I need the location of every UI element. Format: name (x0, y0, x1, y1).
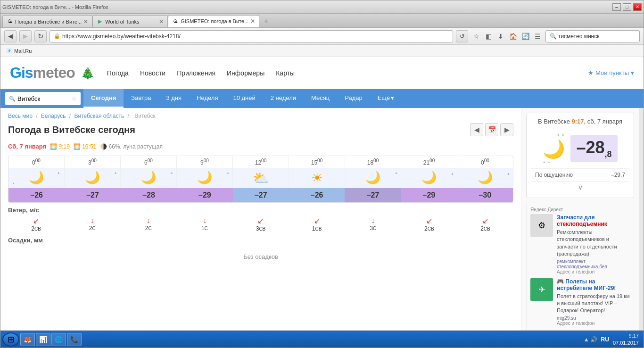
temp-15: −26 (289, 188, 345, 202)
tab-10days[interactable]: 10 дней (225, 89, 263, 108)
main-temp-display: ✦ ✦ 🌙 ✦ ✦ –28,8 (531, 129, 629, 168)
refresh-button[interactable]: ↻ (34, 30, 47, 42)
wind-15: ↙ 1СВ (289, 215, 345, 233)
tab-2-close[interactable]: ✕ (159, 18, 164, 25)
clock-date: 07.01.2017 (613, 340, 639, 346)
breadcrumb-belarus[interactable]: Беларусь (41, 113, 66, 119)
menu-icon[interactable]: ☰ (532, 31, 543, 41)
wind-18: ↓ 3С (345, 215, 401, 233)
tab-more[interactable]: Ещё ▾ (370, 89, 402, 108)
maximize-button[interactable]: □ (623, 3, 631, 11)
reload-button[interactable]: ↺ (456, 30, 468, 42)
tab-1-close[interactable]: ✕ (83, 18, 88, 25)
taskbar-chrome[interactable]: 🌐 (51, 333, 66, 346)
hour-6: 600 (121, 156, 177, 168)
address-bar[interactable]: 🔒 https://www.gismeteo.by/weather-vitebs… (50, 30, 453, 42)
icon-6: 🌙✦ (121, 168, 177, 188)
tab-3-close[interactable]: ✕ (250, 18, 255, 25)
nav-informery[interactable]: Информеры (227, 69, 264, 77)
taskbar-excel[interactable]: 📊 (36, 333, 50, 346)
start-button[interactable]: ⊞ (2, 332, 19, 347)
scrollbar[interactable] (639, 108, 644, 331)
bookmark-mailru[interactable]: 📧 Mail.Ru (4, 47, 33, 55)
back-button[interactable]: ◀ (4, 30, 17, 42)
prev-day-button[interactable]: ◀ (470, 123, 483, 136)
wind-val-3: 2С (65, 225, 119, 232)
search-text: гисметео минск (559, 33, 599, 40)
nav-pogoda[interactable]: Погода (107, 69, 129, 77)
bookmark-star-icon[interactable]: ☆ (471, 31, 481, 41)
home-icon[interactable]: 🏠 (508, 31, 518, 41)
icon-24: 🌙✦ (457, 168, 513, 188)
temp-6: −28 (121, 188, 177, 202)
notification-area: ▲ 🔊 (584, 336, 597, 343)
tab-tomorrow[interactable]: Завтра (124, 89, 158, 108)
tab-3days[interactable]: 3 дня (158, 89, 189, 108)
temp-12: −27 (233, 188, 289, 202)
ad-2-title[interactable]: 🎮 Полеты на истребителе МИГ-29! (557, 278, 630, 291)
tab-radar[interactable]: Радар (337, 89, 370, 108)
tab-2[interactable]: ▶ World of Tanks ✕ (92, 15, 168, 27)
ad-item-2: ✈ 🎮 Полеты на истребителе МИГ-29! Полет … (530, 278, 630, 326)
ad-2-image: ✈ (530, 278, 553, 301)
hour-18: 1800 (345, 156, 401, 168)
tab-1[interactable]: 🌤 Погода в Витебске и Вите... ✕ (2, 15, 92, 27)
nav-karty[interactable]: Карты (276, 69, 295, 77)
moon-icon-big: 🌙 (543, 139, 565, 159)
wind-12: ↙ 3СВ (232, 215, 289, 233)
main-nav: Погода Новости Приложения Информеры Карт… (107, 69, 295, 77)
current-date-label: Сб, 7 января (8, 143, 46, 150)
ad-1-title[interactable]: Запчасти для стеклоподъемник (557, 214, 630, 227)
temp-3: −27 (65, 188, 121, 202)
pocket-icon[interactable]: ◧ (483, 31, 494, 41)
more-chevron-icon: ▾ (391, 94, 394, 101)
icon-18: 🌙✦ (345, 168, 401, 188)
wind-arrow-3: ↓ (65, 216, 119, 225)
tab-week[interactable]: Неделя (189, 89, 225, 108)
tab-today[interactable]: Сегодня (83, 89, 124, 108)
temp-21: −29 (401, 188, 457, 202)
browser-nav-icons: ☆ ◧ ⬇ 🏠 🔄 ☰ (471, 31, 543, 41)
calendar-button[interactable]: 📅 (485, 123, 498, 136)
bookmark-location-icon[interactable]: ☆ (72, 95, 77, 102)
sound-icon: 🔊 (590, 336, 597, 343)
current-day-date: сб, 7 января (587, 118, 622, 125)
minimize-button[interactable]: – (612, 3, 621, 11)
wind-arrow-6: ↓ (121, 216, 175, 225)
expand-details-button[interactable]: ∨ (531, 181, 629, 193)
tab-2weeks[interactable]: 2 недели (263, 89, 304, 108)
mailru-icon: 📧 (6, 48, 13, 54)
location-input[interactable]: 🔍 Витебск ☆ (5, 92, 81, 105)
tab-3[interactable]: 🌤 GISMETEO: погода в Вите... ✕ (168, 15, 259, 27)
my-points-label: Мои пункты (595, 69, 629, 76)
title-bar: GISMETEO: погода в Вите... - Mozilla Fir… (0, 0, 644, 14)
hour-15: 1500 (289, 156, 345, 168)
tab-month[interactable]: Месяц (304, 89, 337, 108)
breadcrumb-world[interactable]: Весь мир (8, 113, 33, 119)
temp-9: −29 (177, 188, 233, 202)
my-points-button[interactable]: ★ Мои пункты ▾ (588, 69, 634, 76)
taskbar-skype[interactable]: 📞 (67, 333, 82, 346)
nav-prilozheniya[interactable]: Приложения (177, 69, 215, 77)
sync-icon[interactable]: 🔄 (520, 31, 530, 41)
breadcrumb-vitebsk-oblast[interactable]: Витебская область (74, 113, 124, 119)
temp-24: −30 (457, 188, 513, 202)
gismeteo-logo: Gismeteo (10, 64, 75, 82)
close-button[interactable]: ✕ (633, 3, 642, 11)
date-row: Сб, 7 января 🌅 9:19 🌅 16:51 🌗 66%, луна … (8, 141, 513, 152)
wind-val-12: 3СВ (233, 225, 288, 232)
ad-1-contact: Адрес и телефон (557, 269, 630, 274)
search-bar[interactable]: 🔍 гисметео минск (545, 30, 640, 42)
next-day-button[interactable]: ▶ (500, 123, 513, 136)
network-icon: ▲ (584, 336, 589, 343)
wind-val-18: 3С (346, 225, 400, 232)
nav-novosti[interactable]: Новости (140, 69, 165, 77)
new-tab-button[interactable]: + (259, 15, 272, 27)
language-indicator[interactable]: RU (601, 336, 609, 343)
nav-bar: ◀ ▶ ↻ 🔒 https://www.gismeteo.by/weather-… (0, 28, 644, 45)
download-icon[interactable]: ⬇ (495, 31, 506, 41)
stars-bottom: ✦ ✦ (543, 160, 565, 165)
icon-3: 🌙✦ (65, 168, 121, 188)
forward-button[interactable]: ▶ (19, 30, 32, 42)
taskbar-firefox[interactable]: 🦊 (20, 333, 35, 346)
